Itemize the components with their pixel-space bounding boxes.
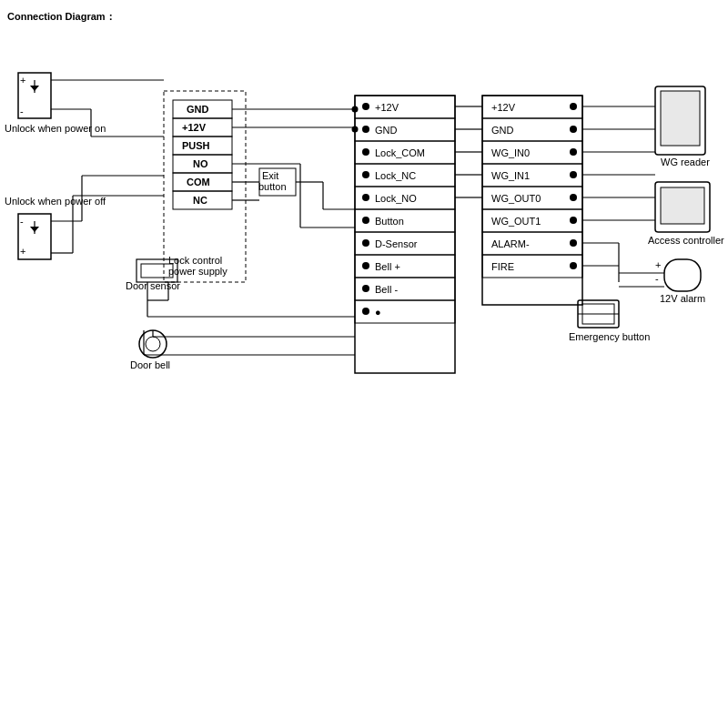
svg-rect-54 — [355, 96, 455, 118]
svg-point-26 — [146, 337, 160, 351]
svg-point-73 — [362, 308, 369, 315]
mid-lock-no: Lock_NO — [375, 193, 417, 204]
svg-text:power supply: power supply — [168, 266, 228, 277]
svg-text:-: - — [20, 216, 24, 227]
access-controller-label: Access controller — [648, 235, 724, 246]
terminal-push: PUSH — [182, 140, 210, 151]
svg-text:button: button — [258, 181, 287, 192]
lock-control-label: Lock control — [168, 255, 222, 266]
svg-point-67 — [362, 239, 369, 247]
svg-point-57 — [362, 126, 369, 133]
svg-rect-64 — [355, 209, 455, 232]
svg-rect-72 — [355, 300, 455, 323]
right-wg-out1: WG_OUT1 — [491, 216, 541, 227]
svg-point-61 — [362, 171, 369, 178]
diagram-container: Connection Diagram： Unlock when power on… — [0, 0, 728, 728]
svg-rect-70 — [355, 278, 455, 300]
svg-point-82 — [570, 171, 577, 178]
door-bell-label: Door bell — [130, 359, 170, 370]
mid-dsensor: D-Sensor — [375, 238, 418, 249]
terminal-nc: NC — [193, 195, 207, 206]
mid-lock-com: Lock_COM — [375, 147, 425, 158]
svg-text:-: - — [655, 273, 659, 284]
svg-point-90 — [570, 262, 577, 269]
wg-reader-label: WG reader — [661, 157, 710, 167]
terminal-com: COM — [187, 177, 210, 187]
exit-button-label: Exit — [262, 170, 278, 181]
svg-point-78 — [570, 126, 577, 133]
svg-marker-13 — [30, 227, 39, 232]
svg-point-63 — [362, 194, 369, 201]
mid-lock-nc: Lock_NC — [375, 170, 416, 181]
svg-text:+: + — [655, 259, 661, 270]
mid-12v: +12V — [375, 102, 399, 113]
svg-rect-53 — [355, 96, 455, 373]
mid-dash: ● — [375, 307, 381, 318]
svg-rect-68 — [355, 255, 455, 278]
svg-point-86 — [570, 217, 577, 224]
svg-point-117 — [352, 106, 359, 113]
svg-point-65 — [362, 217, 369, 224]
svg-text:-: - — [20, 106, 24, 116]
svg-point-76 — [570, 103, 577, 110]
svg-point-69 — [362, 262, 369, 269]
terminal-12v: +12V — [182, 122, 207, 133]
right-fire: FIRE — [491, 261, 514, 272]
svg-text:+: + — [20, 75, 25, 86]
svg-rect-106 — [664, 259, 701, 291]
alarm-label: 12V alarm — [660, 293, 705, 304]
page-title: Connection Diagram： — [7, 11, 116, 22]
mid-bell-plus: Bell + — [375, 261, 400, 272]
emergency-button-label: Emergency button — [569, 331, 650, 342]
mid-bell-minus: Bell - — [375, 284, 398, 295]
right-gnd: GND — [491, 125, 514, 136]
unlock-off-label: Unlock when power off — [5, 196, 106, 207]
svg-rect-105 — [661, 187, 704, 224]
svg-marker-4 — [30, 86, 39, 91]
right-wg-in0: WG_IN0 — [491, 147, 530, 158]
right-12v: +12V — [491, 102, 516, 113]
svg-point-84 — [570, 194, 577, 201]
svg-rect-103 — [661, 91, 700, 146]
svg-rect-56 — [355, 118, 455, 141]
mid-gnd: GND — [375, 125, 398, 136]
svg-point-59 — [362, 148, 369, 156]
svg-text:+: + — [20, 246, 25, 257]
mid-button: Button — [375, 216, 404, 227]
svg-point-80 — [570, 148, 577, 156]
terminal-gnd: GND — [187, 104, 209, 115]
svg-point-71 — [362, 285, 369, 292]
terminal-no: NO — [193, 158, 208, 169]
svg-point-88 — [570, 239, 577, 247]
right-wg-out0: WG_OUT0 — [491, 193, 541, 204]
svg-point-55 — [362, 103, 369, 110]
right-wg-in1: WG_IN1 — [491, 170, 530, 181]
right-alarm: ALARM- — [491, 238, 530, 249]
svg-point-118 — [352, 126, 359, 133]
